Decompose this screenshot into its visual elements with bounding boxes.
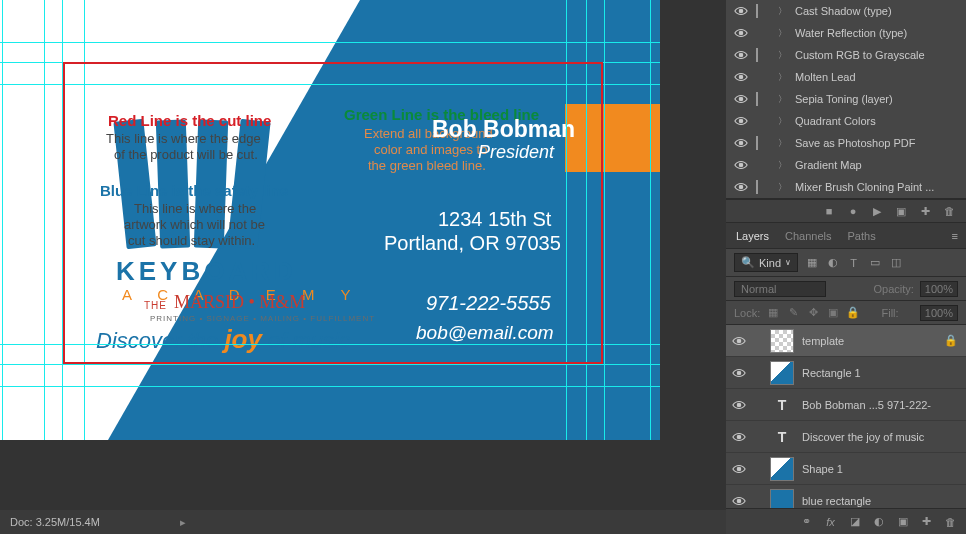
svg-point-0	[739, 9, 743, 13]
expand-icon[interactable]: 〉	[778, 5, 787, 18]
guide-h[interactable]	[0, 42, 660, 43]
visibility-icon[interactable]	[734, 4, 748, 18]
layer-name[interactable]: Shape 1	[802, 463, 843, 475]
layer-name[interactable]: Rectangle 1	[802, 367, 861, 379]
blend-mode-select[interactable]: Normal	[734, 281, 826, 297]
tab-channels[interactable]: Channels	[785, 230, 831, 242]
adjustment-icon[interactable]: ◐	[871, 515, 886, 528]
visibility-icon[interactable]	[732, 334, 746, 348]
visibility-icon[interactable]	[732, 462, 746, 476]
opacity-value[interactable]: 100%	[920, 281, 958, 297]
visibility-icon[interactable]	[734, 158, 748, 172]
layer-name[interactable]: template	[802, 335, 844, 347]
lock-all-icon[interactable]: 🔒	[846, 306, 860, 319]
stop-icon[interactable]: ■	[822, 205, 836, 217]
layer-name[interactable]: blue rectangle	[802, 495, 871, 507]
visibility-icon[interactable]	[732, 430, 746, 444]
guide-h[interactable]	[0, 364, 660, 365]
lock-transparent-icon[interactable]: ▦	[766, 306, 780, 319]
visibility-icon[interactable]	[734, 70, 748, 84]
lock-position-icon[interactable]: ✥	[806, 306, 820, 319]
action-label: Save as Photoshop PDF	[795, 137, 915, 149]
visibility-icon[interactable]	[734, 92, 748, 106]
visibility-icon[interactable]	[732, 366, 746, 380]
layer-row[interactable]: template 🔒	[726, 325, 966, 357]
group-icon[interactable]: ▣	[895, 515, 910, 528]
svg-point-4	[739, 97, 743, 101]
link-layers-icon[interactable]: ⚭	[799, 515, 814, 528]
guide-v[interactable]	[604, 0, 605, 440]
layer-name[interactable]: Bob Bobman ...5 971-222-	[802, 399, 931, 411]
lock-icon[interactable]: 🔒	[944, 334, 958, 347]
new-set-icon[interactable]: ▣	[894, 205, 908, 218]
expand-icon[interactable]: 〉	[778, 93, 787, 106]
record-icon[interactable]: ●	[846, 205, 860, 217]
expand-icon[interactable]: 〉	[778, 49, 787, 62]
new-layer-icon[interactable]: ✚	[919, 515, 934, 528]
filter-type-icon[interactable]: T	[846, 257, 861, 269]
tab-layers[interactable]: Layers	[736, 230, 769, 242]
expand-icon[interactable]: 〉	[778, 181, 787, 194]
delete-layer-icon[interactable]: 🗑	[943, 516, 958, 528]
new-action-icon[interactable]: ✚	[918, 205, 932, 218]
play-icon[interactable]: ▶	[870, 205, 884, 218]
expand-icon[interactable]: 〉	[778, 115, 787, 128]
mask-icon[interactable]: ◪	[847, 515, 862, 528]
lock-pixels-icon[interactable]: ✎	[786, 306, 800, 319]
layer-row[interactable]: Rectangle 1	[726, 357, 966, 389]
svg-point-14	[737, 499, 741, 503]
svg-point-1	[739, 31, 743, 35]
expand-icon[interactable]: 〉	[778, 71, 787, 84]
visibility-icon[interactable]	[734, 136, 748, 150]
action-row[interactable]: 〉 Custom RGB to Grayscale	[726, 44, 966, 66]
layer-row[interactable]: blue rectangle	[726, 485, 966, 508]
trash-icon[interactable]: 🗑	[942, 205, 956, 217]
tab-paths[interactable]: Paths	[848, 230, 876, 242]
status-chevron-icon[interactable]: ▸	[180, 516, 186, 529]
visibility-icon[interactable]	[732, 494, 746, 508]
action-row[interactable]: 〉 Molten Lead	[726, 66, 966, 88]
panel-menu-icon[interactable]: ≡	[952, 230, 958, 242]
lock-row: Lock: ▦ ✎ ✥ ▣ 🔒 Fill: 100%	[726, 301, 966, 325]
layer-row[interactable]: T Bob Bobman ...5 971-222-	[726, 389, 966, 421]
filter-adjust-icon[interactable]: ◐	[825, 256, 840, 269]
expand-icon[interactable]: 〉	[778, 159, 787, 172]
fill-value[interactable]: 100%	[920, 305, 958, 321]
visibility-icon[interactable]	[732, 398, 746, 412]
layer-thumbnail	[770, 457, 794, 481]
action-label: Molten Lead	[795, 71, 856, 83]
action-row[interactable]: 〉 Cast Shadow (type)	[726, 0, 966, 22]
action-row[interactable]: 〉 Quadrant Colors	[726, 110, 966, 132]
lock-artboard-icon[interactable]: ▣	[826, 306, 840, 319]
expand-icon[interactable]: 〉	[778, 27, 787, 40]
svg-point-13	[737, 467, 741, 471]
layer-filter-row: 🔍 Kind ∨ ▦ ◐ T ▭ ◫	[726, 249, 966, 277]
filter-smart-icon[interactable]: ◫	[888, 256, 903, 269]
layers-footer: ⚭ fx ◪ ◐ ▣ ✚ 🗑	[726, 508, 966, 534]
guide-h[interactable]	[0, 386, 660, 387]
action-row[interactable]: 〉 Gradient Map	[726, 154, 966, 176]
filter-pixel-icon[interactable]: ▦	[804, 256, 819, 269]
action-row[interactable]: 〉 Mixer Brush Cloning Paint ...	[726, 176, 966, 198]
expand-icon[interactable]: 〉	[778, 137, 787, 150]
guide-v[interactable]	[650, 0, 651, 440]
action-row[interactable]: 〉 Water Reflection (type)	[726, 22, 966, 44]
svg-point-12	[737, 435, 741, 439]
guide-v[interactable]	[44, 0, 45, 440]
guide-v[interactable]	[2, 0, 3, 440]
visibility-icon[interactable]	[734, 180, 748, 194]
canvas-area[interactable]: Red Line is the cut line This line is wh…	[0, 0, 726, 510]
fx-icon[interactable]: fx	[823, 516, 838, 528]
layer-row[interactable]: T Discover the joy of music	[726, 421, 966, 453]
visibility-icon[interactable]	[734, 48, 748, 62]
action-row[interactable]: 〉 Sepia Toning (layer)	[726, 88, 966, 110]
visibility-icon[interactable]	[734, 114, 748, 128]
filter-shape-icon[interactable]: ▭	[867, 256, 882, 269]
svg-point-11	[737, 403, 741, 407]
visibility-icon[interactable]	[734, 26, 748, 40]
layer-thumbnail	[770, 361, 794, 385]
layer-row[interactable]: Shape 1	[726, 453, 966, 485]
action-row[interactable]: 〉 Save as Photoshop PDF	[726, 132, 966, 154]
layer-name[interactable]: Discover the joy of music	[802, 431, 924, 443]
filter-kind-select[interactable]: 🔍 Kind ∨	[734, 253, 798, 272]
